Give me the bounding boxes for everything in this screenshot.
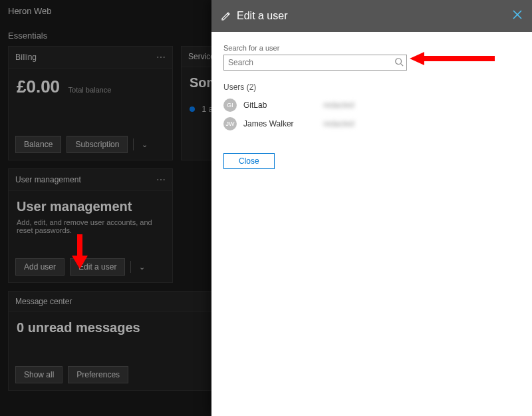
billing-more-chevron-icon[interactable]: ⌄ xyxy=(139,140,150,149)
close-button[interactable]: Close xyxy=(223,153,275,169)
avatar: GI xyxy=(223,99,237,112)
separator xyxy=(133,138,134,150)
message-center-card-title: Message center xyxy=(15,297,72,306)
user-mgmt-desc: Add, edit, and remove user accounts, and… xyxy=(17,218,164,234)
search-user-input[interactable] xyxy=(223,55,407,71)
pencil-icon xyxy=(221,11,231,21)
preferences-button[interactable]: Preferences xyxy=(68,366,128,383)
subscription-button[interactable]: Subscription xyxy=(66,136,128,153)
panel-close-button[interactable] xyxy=(512,9,523,23)
edit-user-button[interactable]: Edit a user xyxy=(70,258,125,276)
show-all-button[interactable]: Show all xyxy=(15,366,63,383)
search-icon[interactable] xyxy=(394,57,404,69)
add-user-button[interactable]: Add user xyxy=(15,258,65,276)
billing-subtitle: Total balance xyxy=(68,86,112,94)
user-name: GitLab xyxy=(243,101,323,110)
svg-line-7 xyxy=(401,64,404,67)
users-list: GI GitLab redacted JW James Walker redac… xyxy=(223,96,520,133)
billing-card-more-icon[interactable]: ⋯ xyxy=(156,52,166,63)
svg-point-6 xyxy=(396,59,402,65)
user-mgmt-more-icon[interactable]: ⋯ xyxy=(156,174,166,185)
org-title: Heron Web xyxy=(8,6,52,16)
user-mgmt-more-chevron-icon[interactable]: ⌄ xyxy=(136,263,148,272)
billing-card: Billing ⋯ £0.00 Total balance Balance Su… xyxy=(8,46,173,160)
avatar: JW xyxy=(223,117,237,130)
users-list-header: Users (2) xyxy=(223,83,520,92)
close-icon xyxy=(512,9,523,20)
panel-header: Edit a user xyxy=(211,0,532,32)
separator xyxy=(130,261,131,273)
advisory-dot-icon xyxy=(190,106,195,112)
user-email: redacted xyxy=(323,119,354,128)
panel-body: Search for a user Users (2) GI GitLab re… xyxy=(211,32,532,181)
panel-title: Edit a user xyxy=(237,10,512,22)
user-row[interactable]: JW James Walker redacted xyxy=(223,114,520,133)
user-mgmt-card-title: User management xyxy=(15,175,81,184)
user-row[interactable]: GI GitLab redacted xyxy=(223,96,520,114)
billing-card-title: Billing xyxy=(15,53,37,62)
user-mgmt-heading: User management xyxy=(17,199,164,214)
balance-button[interactable]: Balance xyxy=(15,136,61,153)
billing-amount: £0.00 xyxy=(17,77,60,97)
user-email: redacted xyxy=(323,101,354,110)
search-user-label: Search for a user xyxy=(223,44,520,52)
user-management-card: User management ⋯ User management Add, e… xyxy=(8,168,173,283)
user-name: James Walker xyxy=(243,119,323,128)
edit-user-panel: Edit a user Search for a user Users (2) … xyxy=(211,0,532,416)
